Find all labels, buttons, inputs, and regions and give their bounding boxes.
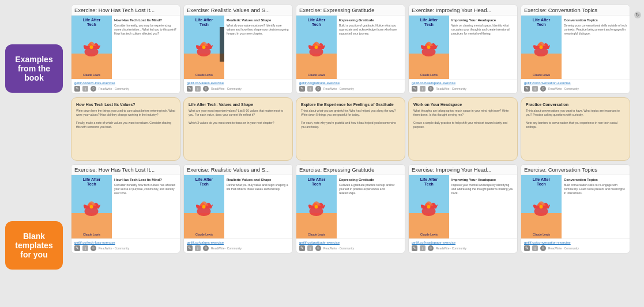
card-icons-3-4: ✎ i © ReadWrite · Community (412, 245, 514, 251)
icon-info-3-3: i (307, 245, 313, 251)
card-meta-3-3: ReadWrite · Community (323, 247, 354, 250)
card-link-3-1[interactable]: getlif.co/tech-loss-exercise (74, 241, 177, 244)
card-meta-1-1: ReadWrite · Community (99, 87, 129, 90)
icon-edit-1-5: ✎ (524, 86, 530, 92)
card-row3-3[interactable]: Exercise: Expressing Gratitude Life Afte… (296, 164, 405, 253)
blank-label: Blank templates for you (5, 221, 63, 270)
examples-label: Examples from the book (5, 44, 63, 93)
card-link-3-2[interactable]: getlif.co/values-exercise (187, 241, 289, 244)
book-author-1-1: Claude Lewis (83, 73, 100, 77)
card-title-1-5: Exercise: Conversation Topics (521, 5, 630, 16)
icon-info-1-2: i (195, 86, 201, 92)
card-preview-3-3: Life AfterTech Claude Lewis Expressing G… (296, 175, 405, 238)
text-card-title-2-5: Practice Conversation (526, 103, 625, 107)
book-cover-3-4: Life AfterTech Claude Lewis (409, 175, 449, 238)
scroll-right-button[interactable]: ↻ (634, 12, 641, 18)
card-row1-5[interactable]: Exercise: Conversation Topics Life After… (521, 5, 630, 94)
book-bird-3-4 (416, 194, 442, 226)
card-text-side-3-5: Conversation Topics Build conversation s… (562, 175, 630, 238)
text-card-title-2-2: Life After Tech: Values and Shape (189, 103, 288, 107)
card-meta-1-4: ReadWrite · Community (436, 87, 466, 90)
card-icons-1-3: ✎ i © ReadWrite · Community (299, 86, 402, 92)
card-text-side-3-4: Improving Your Headspace Improve your me… (449, 175, 517, 238)
card-link-1-4[interactable]: getlif.co/headspace-exercise (412, 81, 514, 85)
page-subtitle-3-2: Realistic Values and Shape (227, 177, 290, 182)
card-row3-2[interactable]: Exercise: Realistic Values and S... Life… (183, 164, 293, 253)
svg-point-9 (540, 46, 543, 49)
svg-point-13 (202, 205, 206, 209)
text-card-body-2-5: Think about conversations you want to ha… (526, 109, 625, 156)
card-footer-3-5: getlif.co/conversation-exercise ✎ i © Re… (521, 238, 630, 253)
card-title-1-3: Exercise: Expressing Gratitude (296, 5, 405, 16)
text-card-2-4[interactable]: Work on Your Headspace What thoughts are… (408, 97, 518, 161)
text-card-2-3[interactable]: Explore the Experience for Feelings of G… (296, 97, 405, 161)
card-row1-3[interactable]: Exercise: Expressing Gratitude Life Afte… (296, 5, 405, 94)
text-card-2-5[interactable]: Practice Conversation Think about conver… (521, 97, 630, 161)
icon-info-3-1: i (82, 245, 88, 251)
card-link-3-5[interactable]: getlif.co/conversation-exercise (524, 241, 627, 244)
card-title-3-1: Exercise: How Has Tech Lost It... (71, 165, 180, 175)
card-text-side-3-1: How Has Tech Lost Its Mind? Consider hon… (112, 175, 180, 238)
sidebar: Examples from the book Blank templates f… (0, 0, 68, 307)
card-text-side-1-4: Improving Your Headspace Work on clearin… (449, 16, 517, 79)
card-footer-1-3: getlif.co/gratitude-exercise ✎ i © ReadW… (296, 79, 405, 93)
card-row1-4[interactable]: Exercise: Improving Your Head... Life Af… (408, 5, 518, 94)
icon-cc-3-2: © (203, 245, 209, 251)
book-title-1-2: Life AfterTech (194, 16, 214, 28)
card-preview-1-4: Life AfterTech Claude Lewis Improving Yo… (409, 16, 517, 79)
book-cover-1-2: Life AfterTech Claude Lewis (184, 16, 224, 79)
icon-info-3-5: i (532, 245, 538, 251)
card-title-3-5: Exercise: Conversation Topics (521, 165, 630, 175)
book-cover-1-3: Life AfterTech Claude Lewis (296, 16, 337, 79)
card-link-1-1[interactable]: getlif.co/tech-loss-exercise (74, 81, 177, 85)
text-card-2-2[interactable]: Life After Tech: Values and Shape What a… (183, 97, 293, 161)
card-link-3-4[interactable]: getlif.co/headspace-exercise (412, 241, 514, 244)
card-title-3-2: Exercise: Realistic Values and S... (184, 165, 292, 175)
card-preview-1-1: Life AfterTech Claude Lewis How Has Tech… (71, 16, 180, 79)
book-bird-1-5 (529, 35, 555, 66)
card-footer-3-2: getlif.co/values-exercise ✎ i © ReadWrit… (184, 238, 292, 253)
card-footer-1-2: getlif.co/values-exercise ✎ i © ReadWrit… (184, 79, 292, 93)
icon-cc-1-2: © (203, 86, 209, 92)
text-card-2-1[interactable]: How Has Tech Lost Its Values? Write down… (71, 97, 180, 161)
card-row1-1[interactable]: Exercise: How Has Tech Lost It... Life A… (71, 5, 180, 94)
card-footer-3-3: getlif.co/gratitude-exercise ✎ i © ReadW… (296, 238, 405, 253)
page-subtitle-1-1: How Has Tech Lost Its Mind? (114, 18, 178, 22)
book-bird-3-3 (304, 194, 330, 226)
icon-cc-3-1: © (91, 245, 96, 251)
card-preview-3-4: Life AfterTech Claude Lewis Improving Yo… (409, 175, 517, 238)
card-meta-1-3: ReadWrite · Community (323, 87, 354, 90)
page-subtitle-3-1: How Has Tech Lost Its Mind? (114, 177, 178, 182)
card-row1-2[interactable]: Exercise: Realistic Values and S... Life… (183, 5, 293, 94)
book-bird-3-1 (79, 194, 105, 226)
book-cover-1-1: Life AfterTech Claude Lewis (71, 16, 112, 79)
card-link-3-3[interactable]: getlif.co/gratitude-exercise (299, 241, 402, 244)
text-card-body-2-1: Write down here the things you used to c… (76, 109, 175, 156)
icon-edit-3-1: ✎ (74, 245, 80, 251)
book-cover-3-3: Life AfterTech Claude Lewis (296, 175, 337, 238)
book-bird-3-5 (529, 194, 555, 226)
card-row3-1[interactable]: Exercise: How Has Tech Lost It... Life A… (71, 164, 180, 253)
card-link-1-5[interactable]: getlif.co/conversation-exercise (524, 81, 627, 85)
card-row3-4[interactable]: Exercise: Improving Your Head... Life Af… (408, 164, 518, 253)
card-footer-3-1: getlif.co/tech-loss-exercise ✎ i © ReadW… (71, 238, 180, 253)
card-row3-5[interactable]: Exercise: Conversation Topics Life After… (521, 164, 630, 253)
card-body-text-1-3: Build a practice of gratitude. Notice wh… (339, 24, 402, 36)
card-footer-1-1: getlif.co/tech-loss-exercise ✎ i © ReadW… (71, 79, 180, 93)
card-meta-3-4: ReadWrite · Community (436, 247, 466, 250)
card-meta-1-5: ReadWrite · Community (548, 87, 579, 90)
card-link-1-3[interactable]: getlif.co/gratitude-exercise (299, 81, 402, 85)
card-preview-3-5: Life AfterTech Claude Lewis Conversation… (521, 175, 630, 238)
content-area[interactable]: ↻ Exercise: How Has Tech Lost It... Life… (68, 0, 644, 307)
icon-info-1-5: i (532, 86, 538, 92)
card-icons-1-1: ✎ i © ReadWrite · Community (74, 86, 177, 92)
book-cover-1-5: Life AfterTech Claude Lewis (521, 16, 562, 79)
icon-cc-1-1: © (91, 86, 96, 92)
card-link-1-2[interactable]: getlif.co/values-exercise (187, 81, 289, 85)
icon-cc-3-4: © (428, 245, 434, 251)
card-text-side-1-1: How Has Tech Lost Its Mind? Consider hon… (112, 16, 180, 79)
icon-edit-3-5: ✎ (524, 245, 530, 251)
book-title-1-4: Life AfterTech (419, 16, 439, 28)
icon-cc-1-3: © (315, 86, 321, 92)
row-3: Exercise: How Has Tech Lost It... Life A… (71, 162, 641, 255)
